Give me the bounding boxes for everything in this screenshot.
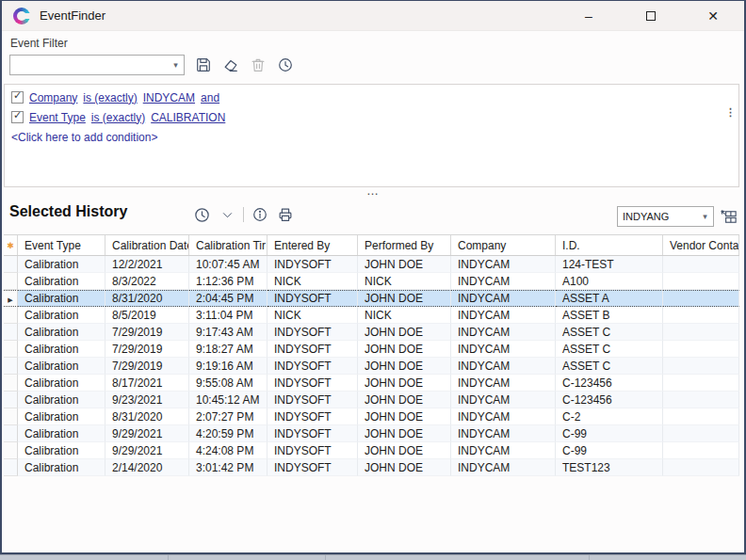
table-cell[interactable]: INDYCAM [451,375,556,392]
panel-overflow-grip[interactable]: ⋮ [725,107,736,117]
table-cell[interactable]: JOHN DOE [358,392,451,408]
table-cell[interactable]: INDYCAM [451,324,556,341]
table-row[interactable]: Calibration12/2/202110:07:45 AMINDYSOFTJ… [4,256,739,273]
table-cell[interactable] [663,324,739,341]
condition-field[interactable]: Event Type [29,111,86,124]
table-cell[interactable]: INDYSOFT [268,442,358,459]
clock-icon[interactable] [276,56,295,74]
column-header[interactable]: Company [451,235,556,255]
table-row[interactable]: Calibration9/29/20214:24:08 PMINDYSOFTJO… [4,442,739,459]
condition-value[interactable]: CALIBRATION [151,111,225,124]
table-cell[interactable]: NICK [358,307,451,324]
table-cell[interactable] [663,290,739,307]
table-row[interactable]: Calibration2/14/20203:01:42 PMINDYSOFTJO… [4,459,739,476]
maximize-button[interactable] [620,1,682,30]
table-cell[interactable]: INDYCAM [451,341,556,358]
condition-connector[interactable]: and [201,91,219,104]
table-cell[interactable]: INDYSOFT [268,290,358,307]
table-cell[interactable]: TEST123 [556,459,663,476]
table-cell[interactable]: 8/17/2021 [105,375,189,392]
table-cell[interactable]: C-99 [556,425,663,442]
table-cell[interactable]: 9:17:43 AM [189,324,268,341]
table-cell[interactable]: Calibration [18,341,105,358]
table-cell[interactable]: ASSET C [556,324,663,341]
table-cell[interactable]: INDYCAM [451,358,556,375]
column-header[interactable]: Calibration Tir [189,235,268,255]
table-cell[interactable]: INDYCAM [451,290,556,307]
user-combobox[interactable]: INDYANG ▾ [617,206,714,227]
table-cell[interactable]: Calibration [18,375,105,392]
table-row[interactable]: ▶Calibration8/31/20202:04:45 PMINDYSOFTJ… [4,290,739,307]
column-header[interactable]: Performed By [358,235,451,255]
history-clock-icon[interactable] [192,205,211,224]
table-cell[interactable]: INDYCAM [451,392,556,408]
table-row[interactable]: Calibration8/3/20221:12:36 PMNICKNICKIND… [4,273,739,290]
table-cell[interactable]: 3:11:04 PM [189,307,268,324]
table-cell[interactable]: 9:18:27 AM [189,341,268,358]
table-cell[interactable]: 8/31/2020 [105,408,189,425]
table-cell[interactable]: A100 [556,273,663,290]
table-cell[interactable]: INDYCAM [451,307,556,324]
table-cell[interactable]: C-99 [556,442,663,459]
table-row[interactable]: Calibration7/29/20199:19:16 AMINDYSOFTJO… [4,358,739,375]
table-cell[interactable]: 1:12:36 PM [189,273,268,290]
table-cell[interactable]: INDYSOFT [268,392,358,408]
table-cell[interactable]: JOHN DOE [358,341,451,358]
table-cell[interactable]: JOHN DOE [358,442,451,459]
table-cell[interactable]: INDYSOFT [268,425,358,442]
table-cell[interactable]: INDYCAM [451,442,556,459]
table-cell[interactable] [663,375,739,392]
table-cell[interactable]: INDYCAM [451,459,556,476]
column-chooser-icon[interactable] [719,207,738,227]
table-cell[interactable]: INDYSOFT [268,375,358,392]
dropdown-arrow-icon[interactable]: ▾ [168,60,184,70]
table-cell[interactable] [663,442,739,459]
table-row[interactable]: Calibration9/29/20214:20:59 PMINDYSOFTJO… [4,425,739,442]
save-icon[interactable] [194,56,213,74]
table-cell[interactable] [663,408,739,425]
table-cell[interactable]: INDYCAM [451,425,556,442]
table-cell[interactable]: INDYCAM [451,256,556,273]
table-row[interactable]: Calibration9/23/202110:45:12 AMINDYSOFTJ… [4,392,739,408]
column-header[interactable]: Event Type [18,235,105,255]
table-cell[interactable]: C-123456 [556,375,663,392]
horizontal-splitter[interactable]: … [2,186,744,200]
table-cell[interactable]: 3:01:42 PM [189,459,268,476]
table-cell[interactable]: Calibration [18,408,105,425]
table-cell[interactable]: NICK [358,273,451,290]
dropdown-arrow-icon[interactable]: ▾ [697,212,713,221]
table-cell[interactable] [663,425,739,442]
table-cell[interactable] [663,307,739,324]
table-cell[interactable]: JOHN DOE [358,358,451,375]
event-filter-combobox[interactable]: ▾ [9,55,185,75]
table-cell[interactable]: 8/31/2020 [105,290,189,307]
table-cell[interactable]: 12/2/2021 [105,256,189,273]
table-cell[interactable]: 7/29/2019 [105,358,189,375]
table-cell[interactable]: Calibration [18,324,105,341]
condition-field[interactable]: Company [29,91,77,104]
table-cell[interactable]: INDYSOFT [268,256,358,273]
table-cell[interactable] [663,459,739,476]
table-row[interactable]: Calibration7/29/20199:18:27 AMINDYSOFTJO… [4,341,739,358]
column-header[interactable]: I.D. [556,235,663,255]
table-cell[interactable]: ASSET C [556,341,663,358]
table-cell[interactable]: INDYCAM [451,408,556,425]
table-cell[interactable]: Calibration [18,256,105,273]
table-cell[interactable]: ASSET A [556,290,663,307]
table-cell[interactable]: JOHN DOE [358,256,451,273]
table-cell[interactable]: 124-TEST [556,256,663,273]
close-button[interactable]: ✕ [682,1,744,30]
table-row[interactable]: Calibration8/17/20219:55:08 AMINDYSOFTJO… [4,375,739,392]
table-cell[interactable]: JOHN DOE [358,290,451,307]
table-cell[interactable]: 8/5/2019 [105,307,189,324]
table-cell[interactable]: 9:55:08 AM [189,375,268,392]
table-cell[interactable]: 7/29/2019 [105,341,189,358]
table-cell[interactable]: Calibration [18,273,105,290]
table-cell[interactable]: ASSET B [556,307,663,324]
table-cell[interactable]: Calibration [18,290,105,307]
table-cell[interactable]: 9/29/2021 [105,442,189,459]
table-cell[interactable]: 8/3/2022 [105,273,189,290]
table-row[interactable]: Calibration7/29/20199:17:43 AMINDYSOFTJO… [4,324,739,341]
column-header[interactable]: Calibration Date [105,235,189,255]
table-cell[interactable]: JOHN DOE [358,459,451,476]
